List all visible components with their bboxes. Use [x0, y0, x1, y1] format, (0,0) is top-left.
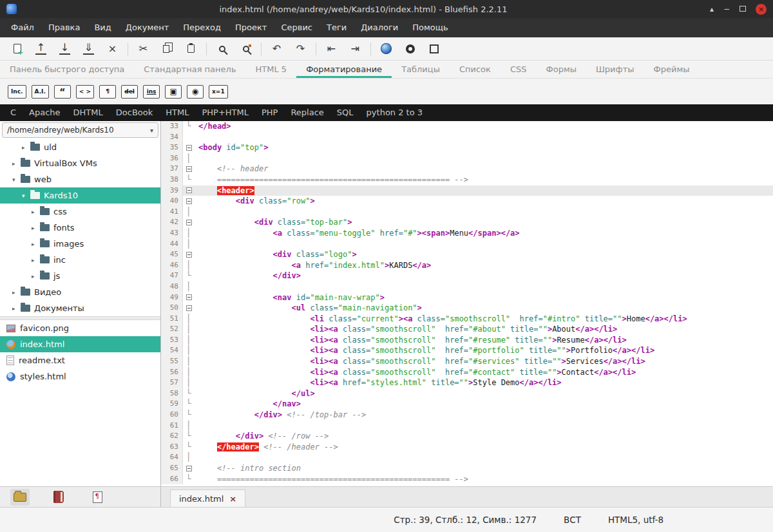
fold-toggle[interactable] [183, 249, 195, 260]
lang-python-2-to-3[interactable]: python 2 to 3 [360, 104, 429, 121]
fmt-image-button[interactable]: ▣ [165, 85, 182, 99]
fmt-preview-button[interactable]: ◉ [187, 85, 204, 99]
save-document-button[interactable]: ↓ [53, 39, 77, 59]
code-editor[interactable]: 33└</head>3435<body id="top">36│37 <!-- … [161, 121, 773, 486]
menu-edit[interactable]: Правка [41, 18, 87, 37]
lang-dhtml[interactable]: DHTML [67, 104, 110, 121]
fold-toggle[interactable] [183, 164, 195, 175]
code-line-64[interactable]: 64│ [161, 452, 773, 463]
tab-formatting[interactable]: Форматирование [296, 61, 392, 78]
chevron-collapsed-icon[interactable]: ▸ [32, 209, 40, 215]
code-line-47[interactable]: 47└ </div> [161, 271, 773, 281]
code-line-52[interactable]: 52│ <li><a class="smoothscroll" href="#a… [161, 324, 773, 335]
menu-view[interactable]: Вид [87, 18, 118, 37]
code-line-35[interactable]: 35<body id="top"> [161, 142, 773, 153]
cut-button[interactable]: ✂ [131, 39, 155, 59]
snippets-pane-button[interactable] [88, 489, 107, 506]
menu-dialogs[interactable]: Диалоги [354, 18, 405, 37]
code-line-34[interactable]: 34 [161, 132, 773, 143]
code-line-38[interactable]: 38└ ====================================… [161, 175, 773, 185]
tree-item-documents[interactable]: ▸Документы [0, 300, 160, 316]
directory-dropdown[interactable]: /home/andrey/web/Kards10 ▾ [2, 122, 158, 138]
fmt-abbr-button[interactable]: A.I. [32, 85, 49, 99]
chevron-collapsed-icon[interactable]: ▸ [12, 305, 21, 312]
code-line-53[interactable]: 53│ <li><a class="smoothscroll" href="#r… [161, 335, 773, 346]
menu-file[interactable]: Файл [4, 18, 41, 37]
lang-php[interactable]: PHP [255, 104, 284, 121]
code-line-59[interactable]: 59└ </nav> [161, 399, 773, 410]
shade-button[interactable]: ▴ [710, 5, 714, 13]
lang-sql[interactable]: SQL [330, 104, 360, 121]
code-line-49[interactable]: 49 <nav id="main-nav-wrap"> [161, 292, 773, 303]
fold-toggle[interactable] [183, 303, 195, 314]
close-button[interactable]: × [756, 4, 767, 15]
tree-item-css[interactable]: ▸css [0, 204, 160, 220]
tab-html5[interactable]: HTML 5 [246, 61, 297, 78]
tab-quick-access[interactable]: Панель быстрого доступа [0, 61, 134, 78]
code-line-44[interactable]: 44│ [161, 239, 773, 250]
code-line-57[interactable]: 57│ <li><a href="styles.html" title="">S… [161, 377, 773, 388]
code-line-61[interactable]: 61│ [161, 421, 773, 432]
code-line-54[interactable]: 54│ <li><a class="smoothscroll" href="#p… [161, 345, 773, 356]
save-as-button[interactable]: ⇓ [77, 39, 100, 59]
lang-apache[interactable]: Apache [23, 104, 67, 121]
file-item-favicon-png[interactable]: favicon.png [0, 320, 160, 336]
fold-toggle[interactable] [183, 292, 195, 303]
code-line-62[interactable]: 62└ </div> <!-- /row --> [161, 431, 773, 442]
chevron-collapsed-icon[interactable]: ▸ [22, 144, 30, 151]
fold-toggle[interactable] [183, 142, 195, 153]
code-line-51[interactable]: 51│ <li class="current"><a class="smooth… [161, 314, 773, 325]
fmt-del-button[interactable]: del [121, 85, 138, 99]
bookmarks-pane-button[interactable] [49, 489, 68, 506]
lang-php-html[interactable]: PHP+HTML [195, 104, 255, 121]
tab-forms[interactable]: Формы [537, 61, 586, 78]
chevron-collapsed-icon[interactable]: ▸ [12, 289, 21, 296]
code-line-41[interactable]: 41│ [161, 207, 773, 218]
code-line-63[interactable]: 63└ </header> <!-- /header --> [161, 442, 773, 453]
undo-button[interactable]: ↶ [265, 39, 289, 59]
code-line-46[interactable]: 46│ <a href="index.html">KARDS</a> [161, 260, 773, 271]
code-line-65[interactable]: 65 <!-- intro section [161, 463, 773, 474]
tab-list[interactable]: Список [450, 61, 501, 78]
tree-item-inc[interactable]: ▸inc [0, 252, 160, 268]
chevron-collapsed-icon[interactable]: ▸ [32, 225, 40, 231]
chevron-collapsed-icon[interactable]: ▸ [12, 160, 21, 167]
code-line-66[interactable]: 66└ ====================================… [161, 474, 773, 485]
tree-item-images[interactable]: ▸images [0, 236, 160, 252]
tree-item-js[interactable]: ▸js [0, 268, 160, 284]
paste-button[interactable] [179, 39, 203, 59]
fold-toggle[interactable] [183, 217, 195, 228]
menu-tools[interactable]: Сервис [274, 18, 320, 37]
lang-html[interactable]: HTML [159, 104, 195, 121]
find-button[interactable] [210, 39, 234, 59]
fmt-var-button[interactable]: x=1 [209, 85, 228, 99]
code-line-56[interactable]: 56│ <li><a class="smoothscroll" href="#c… [161, 367, 773, 378]
fold-toggle[interactable] [183, 196, 195, 207]
lang-c[interactable]: C [4, 104, 23, 121]
fold-toggle[interactable] [183, 185, 195, 196]
tree-item-uld[interactable]: ▸uld [0, 139, 160, 155]
new-document-button[interactable] [5, 39, 29, 59]
unindent-button[interactable]: ⇤ [320, 39, 343, 59]
chevron-collapsed-icon[interactable]: ▸ [32, 273, 40, 280]
menu-go[interactable]: Переход [176, 18, 228, 37]
preview-in-browser-button[interactable] [374, 39, 398, 59]
code-line-43[interactable]: 43│ <a class="menu-toggle" href="#"><spa… [161, 228, 773, 239]
code-line-45[interactable]: 45 <div class="logo"> [161, 249, 773, 260]
tree-item-virtualbox-vms[interactable]: ▸VirtualBox VMs [0, 155, 160, 171]
menu-document[interactable]: Документ [119, 18, 177, 37]
code-line-40[interactable]: 40 <div class="row"> [161, 196, 773, 207]
tab-index-html[interactable]: index.html × [170, 489, 245, 507]
menu-project[interactable]: Проект [228, 18, 274, 37]
indent-button[interactable]: ⇥ [343, 39, 367, 59]
tab-close-icon[interactable]: × [229, 494, 236, 504]
fmt-dfn-button[interactable]: ¶ [99, 85, 116, 99]
close-document-button[interactable]: × [100, 39, 124, 59]
chevron-expanded-icon[interactable]: ▾ [22, 193, 30, 199]
menu-help[interactable]: Помощь [405, 18, 455, 37]
tree-item-video[interactable]: ▸Видео [0, 284, 160, 300]
external-commands-button[interactable] [398, 39, 422, 59]
chevron-collapsed-icon[interactable]: ▸ [32, 241, 40, 247]
file-browser-pane-button[interactable] [10, 489, 30, 506]
tab-frames[interactable]: Фреймы [644, 61, 700, 78]
